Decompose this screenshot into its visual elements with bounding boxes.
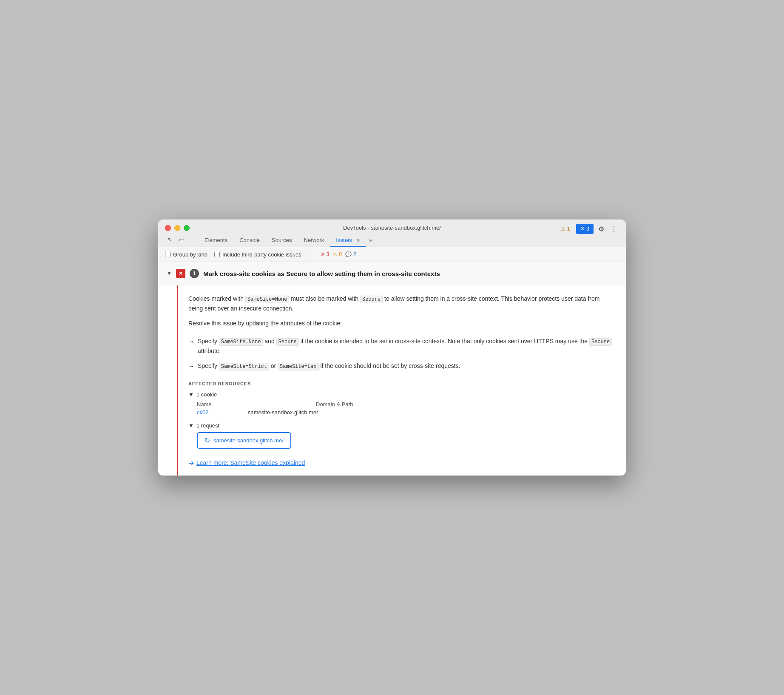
issue-count-badge: 1	[190, 269, 199, 278]
filter-error-badge: ✕ 3	[321, 251, 330, 257]
code-secure-2: Secure	[276, 338, 299, 346]
code-secure-1: Secure	[360, 296, 383, 303]
request-url-link[interactable]: samesite-sandbox.glitch.me/	[213, 437, 284, 444]
filter-info-icon: 💬	[345, 251, 352, 257]
arrow-icon-1: →	[188, 337, 194, 346]
close-button[interactable]	[165, 225, 171, 231]
error-count: 3	[586, 226, 589, 232]
code-secure-3: Secure	[589, 338, 612, 346]
learn-more-section: ➜ Learn more: SameSite cookies explained	[188, 459, 613, 467]
title-bar: DevTools - samesite-sandbox.glitch.me/ ⚠…	[158, 219, 626, 247]
include-third-party-checkbox[interactable]	[214, 252, 220, 257]
code-samesite-lax: SameSite=Lax	[278, 363, 318, 370]
vertical-dots-icon: ⋮	[611, 225, 617, 233]
warning-count: 1	[567, 226, 570, 232]
bullet-item-2: → Specify SameSite=Strict or SameSite=La…	[188, 361, 613, 371]
settings-button[interactable]: ⚙	[596, 224, 606, 234]
affected-resources-label: AFFECTED RESOURCES	[188, 381, 613, 386]
filter-info-count: 2	[353, 251, 356, 257]
filters-bar: Group by kind Include third-party cookie…	[158, 247, 626, 262]
main-content: ▼ ✕ 1 Mark cross-site cookies as Secure …	[158, 262, 626, 476]
request-item[interactable]: ↻ samesite-sandbox.glitch.me/	[197, 432, 291, 449]
cookie-section-header[interactable]: ▼ 1 cookie	[188, 391, 613, 398]
cookie-name-link[interactable]: ck02	[197, 409, 222, 416]
filter-badges: ✕ 3 ⚠ 0 💬 2	[321, 251, 356, 257]
issue-title: Mark cross-site cookies as Secure to all…	[203, 270, 440, 277]
error-badge-button[interactable]: ✕ 3	[576, 224, 594, 234]
filter-info-badge: 💬 2	[345, 251, 356, 257]
cookie-domain-value: samesite-sandbox.glitch.me/	[248, 409, 318, 416]
more-button[interactable]: ⋮	[609, 224, 619, 234]
cookie-table: Name Domain & Path ck02 samesite-sandbox…	[197, 401, 613, 416]
bullet-2-text: Specify SameSite=Strict or SameSite=Lax …	[198, 361, 460, 371]
include-third-party-checkbox-group[interactable]: Include third-party cookie issues	[214, 251, 301, 258]
request-url-icon: ↻	[205, 436, 210, 444]
filter-warning-badge: ⚠ 0	[332, 251, 342, 257]
cookie-resource-section: ▼ 1 cookie Name Domain & Path ck02 sames…	[188, 391, 613, 416]
request-section-header[interactable]: ▼ 1 request	[188, 422, 613, 429]
warning-badge-button[interactable]: ⚠ 1	[557, 224, 574, 234]
tab-sources[interactable]: Sources	[266, 234, 298, 247]
tab-network[interactable]: Network	[298, 234, 330, 247]
request-chevron-icon: ▼	[188, 422, 194, 429]
toolbar-right: ⚠ 1 ✕ 3 ⚙ ⋮	[557, 224, 619, 234]
traffic-lights	[165, 225, 190, 231]
resolve-paragraph: Resolve this issue by updating the attri…	[188, 319, 613, 328]
minimize-button[interactable]	[174, 225, 180, 231]
group-by-kind-checkbox[interactable]	[165, 252, 170, 257]
request-resource-section: ▼ 1 request ↻ samesite-sandbox.glitch.me…	[188, 422, 613, 449]
issue-description: Cookies marked with SameSite=None must a…	[188, 294, 613, 328]
bullet-1-text: Specify SameSite=None and Secure if the …	[198, 336, 613, 356]
cursor-tool-icon[interactable]: ↖	[165, 235, 174, 244]
bullet-item-1: → Specify SameSite=None and Secure if th…	[188, 336, 613, 356]
gear-icon: ⚙	[598, 225, 604, 233]
cookie-name-header: Name	[197, 401, 248, 407]
learn-more-circle-arrow-icon: ➜	[188, 459, 194, 467]
issue-error-icon: ✕	[176, 269, 185, 278]
cookie-table-header: Name Domain & Path	[197, 401, 613, 407]
cookie-chevron-icon: ▼	[188, 391, 194, 398]
learn-more-link[interactable]: ➜ Learn more: SameSite cookies explained	[188, 459, 305, 467]
include-third-party-label: Include third-party cookie issues	[222, 251, 301, 258]
devtools-tool-icons: ↖ ▭	[165, 235, 186, 247]
filter-error-count: 3	[327, 251, 330, 257]
description-paragraph-1: Cookies marked with SameSite=None must a…	[188, 294, 613, 313]
warning-icon: ⚠	[561, 226, 565, 232]
group-by-kind-checkbox-group[interactable]: Group by kind	[165, 251, 207, 258]
tab-more-button[interactable]: »	[366, 234, 376, 246]
tab-console[interactable]: Console	[233, 234, 266, 247]
tab-issues[interactable]: Issues ✕	[330, 234, 366, 247]
cookie-domain-header: Domain & Path	[316, 401, 367, 407]
window-title: DevTools - samesite-sandbox.glitch.me/	[165, 225, 619, 231]
tab-divider	[195, 235, 195, 244]
code-samesite-none-2: SameSite=None	[219, 338, 263, 346]
maximize-button[interactable]	[184, 225, 190, 231]
filter-warning-count: 0	[339, 251, 342, 257]
group-by-kind-label: Group by kind	[173, 251, 207, 258]
device-toggle-icon[interactable]: ▭	[177, 235, 186, 244]
filters-divider	[310, 251, 310, 258]
filter-error-icon: ✕	[321, 251, 325, 257]
code-samesite-strict: SameSite=Strict	[219, 363, 269, 370]
request-section-label: 1 request	[196, 422, 219, 429]
error-icon: ✕	[580, 226, 585, 232]
tab-elements[interactable]: Elements	[199, 234, 233, 247]
issue-chevron-icon[interactable]: ▼	[167, 271, 172, 276]
code-samesite-none-1: SameSite=None	[245, 296, 290, 303]
learn-more-text: Learn more: SameSite cookies explained	[196, 459, 305, 466]
tabs-row: ↖ ▭ Elements Console Sources Network Iss…	[165, 234, 619, 247]
cookie-data-row: ck02 samesite-sandbox.glitch.me/	[197, 409, 613, 416]
affected-resources: AFFECTED RESOURCES ▼ 1 cookie Name Domai…	[188, 381, 613, 449]
issue-header[interactable]: ▼ ✕ 1 Mark cross-site cookies as Secure …	[158, 262, 626, 285]
devtools-window: DevTools - samesite-sandbox.glitch.me/ ⚠…	[158, 219, 626, 476]
cookie-section-label: 1 cookie	[196, 391, 217, 398]
tab-close-icon[interactable]: ✕	[356, 238, 360, 243]
issue-body: Cookies marked with SameSite=None must a…	[177, 285, 626, 476]
arrow-icon-2: →	[188, 362, 194, 371]
filter-warning-icon: ⚠	[332, 251, 337, 257]
